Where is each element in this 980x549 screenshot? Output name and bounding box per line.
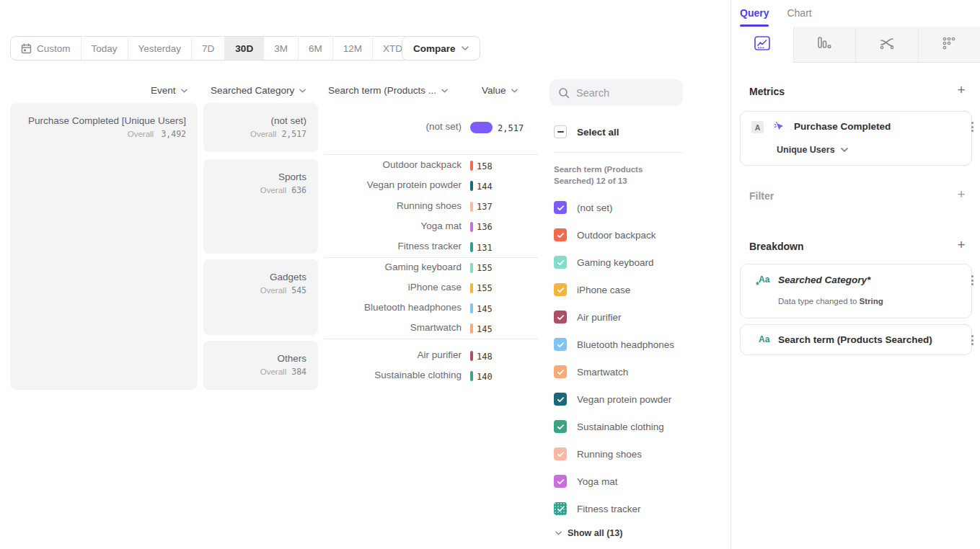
string-property-icon: Aa [759,274,769,285]
legend-item-yoga-mat[interactable]: Yoga mat [554,475,618,488]
category-cell[interactable]: GadgetsOverall545 [203,259,318,335]
legend-item-bluetooth-headphones[interactable]: Bluetooth headphones [554,338,674,351]
indeterminate-checkbox-icon [554,125,567,138]
value-bar[interactable] [470,323,473,334]
legend-item-label: Bluetooth headphones [577,339,674,350]
value-bar[interactable] [470,371,473,381]
checked-checkbox-icon [554,502,567,515]
legend-item-outdoor-backpack[interactable]: Outdoor backpack [554,228,656,241]
legend-item--not-set-[interactable]: (not set) [554,201,613,214]
legend-item-gaming-keyboard[interactable]: Gaming keyboard [554,256,654,269]
value-bar[interactable] [470,161,473,171]
breakdown-card[interactable]: AaSearch term (Products Searched) [740,324,972,355]
group-separator [325,339,538,339]
flow-icon [878,36,896,53]
legend-item-sustainable-clothing[interactable]: Sustainable clothing [554,420,664,433]
search-term-label: Gaming keyboard [325,262,462,272]
legend-item-fitness-tracker[interactable]: Fitness tracker [554,502,641,515]
value-bar[interactable] [470,122,493,133]
breakdown-card[interactable]: *AaSearched Category*Data type changed t… [740,264,972,318]
metrics-heading: Metrics [749,86,785,97]
legend-item-label: Fitness tracker [577,504,641,514]
tab-funnels[interactable] [793,27,856,63]
breakdown-label: Search term (Products Searched) [778,334,932,345]
search-placeholder: Search [576,87,609,99]
legend-divider [554,152,683,153]
search-term-label: Bluetooth headphones [325,302,462,313]
search-term-label: Sustainable clothing [325,370,462,380]
category-cell[interactable]: OthersOverall384 [203,341,318,390]
search-icon [558,87,570,99]
value-text: 140 [477,372,493,382]
legend-item-label: Outdoor backpack [577,230,656,241]
event-sparkle-icon [772,120,785,133]
checked-checkbox-icon [554,283,567,296]
metric-event-name: Purchase Completed [794,121,891,132]
value-bar[interactable] [470,283,473,293]
value-bar[interactable] [470,202,473,212]
legend-item-iphone-case[interactable]: iPhone case [554,283,630,296]
value-text: 144 [477,182,493,192]
select-all-checkbox[interactable]: Select all [554,125,619,138]
legend-item-label: Vegan protein powder [577,394,671,405]
breakdown-options-icon[interactable] [967,275,977,285]
measure-selector[interactable]: Unique Users [777,145,848,155]
checked-checkbox-icon [554,256,567,269]
sidebar-tabs: Query Chart [731,0,980,27]
filter-heading: Filter [749,190,774,202]
legend-item-label: Gaming keyboard [577,257,654,268]
legend-item-label: Smartwatch [577,367,628,378]
checked-checkbox-icon [554,228,567,241]
legend-item-label: iPhone case [577,285,630,295]
search-term-label: Air purifier [325,349,462,360]
legend-item-air-purifier[interactable]: Air purifier [554,311,622,323]
value-bar[interactable] [470,303,473,313]
metric-options-icon[interactable] [967,122,977,132]
metric-card[interactable]: A Purchase Completed Unique Users [740,111,972,166]
value-text: 145 [477,304,493,314]
add-metric-button[interactable]: + [953,82,969,98]
search-term-label: Vegan protein powder [325,179,462,190]
tab-retention[interactable] [918,27,980,63]
bars-icon [816,36,832,53]
breakdown-heading: Breakdown [749,241,803,252]
chevron-down-icon [841,148,848,152]
add-filter-button[interactable]: + [953,187,969,202]
string-property-icon: Aa [759,334,769,344]
legend-item-running-shoes[interactable]: Running shoes [554,447,642,460]
checked-checkbox-icon [554,338,567,351]
legend-item-label: Yoga mat [577,476,618,487]
legend-item-label: Sustainable clothing [577,421,664,432]
value-bar[interactable] [470,181,473,191]
value-bar[interactable] [470,222,473,232]
checked-checkbox-icon [554,311,567,323]
category-cell[interactable]: (not set)Overall2,517 [203,103,318,152]
value-text: 136 [477,222,493,232]
tab-query[interactable]: Query [740,0,769,27]
add-breakdown-button[interactable]: + [953,237,969,253]
tab-flows[interactable] [855,27,918,63]
legend-item-smartwatch[interactable]: Smartwatch [554,365,628,378]
show-all-label: Show all (13) [568,528,622,538]
value-text: 155 [477,263,493,273]
chevron-down-icon [555,531,562,535]
group-separator [325,257,538,258]
checked-checkbox-icon [554,365,567,378]
value-bar[interactable] [470,263,473,273]
breakdown-options-icon[interactable] [967,335,977,345]
value-bar[interactable] [470,242,473,252]
tab-chart[interactable]: Chart [787,0,811,27]
line-chart-icon [754,36,770,53]
value-text: 131 [477,243,493,253]
search-term-label: Outdoor backpack [325,159,462,170]
legend-item-vegan-protein-powder[interactable]: Vegan protein powder [554,393,671,406]
legend-search-input[interactable]: Search [549,79,683,106]
category-name: Others [203,353,306,364]
value-text: 158 [477,161,493,171]
tab-insights[interactable] [731,27,793,63]
category-cell[interactable]: SportsOverall636 [203,159,318,254]
show-all-button[interactable]: Show all (13) [555,528,622,538]
breakdown-label: Searched Category* [778,274,870,285]
value-text: 155 [477,283,493,293]
value-bar[interactable] [470,351,473,361]
